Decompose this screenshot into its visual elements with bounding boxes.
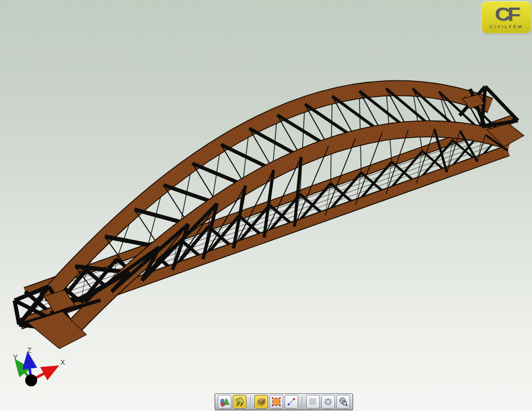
y-axis-label: Y — [13, 353, 18, 361]
toolbar-button-select-region[interactable] — [270, 395, 283, 408]
select-region-icon — [271, 396, 282, 407]
orientation-triad: X Y Z — [4, 346, 79, 401]
mesh-view-icon — [234, 396, 245, 407]
toolbar-button-settings-gear[interactable] — [321, 395, 335, 408]
toolbar-button-solid-render[interactable] — [254, 395, 268, 408]
bridge-fem-model — [15, 86, 524, 349]
geometry-view-icon — [219, 396, 230, 407]
civilfem-monogram-icon: CF — [495, 6, 517, 23]
triad-origin — [25, 374, 37, 386]
toolbar-button-line-element[interactable] — [285, 395, 298, 408]
solid-render-icon — [256, 396, 267, 407]
view-toolbar — [215, 393, 353, 410]
toolbar-button-geometry-view[interactable] — [218, 395, 231, 408]
toolbar-button-mesh-view[interactable] — [233, 395, 246, 408]
civilfem-brand-text: CIVILFEM — [489, 24, 523, 29]
toolbar-separator — [250, 396, 251, 407]
z-axis-label: Z — [27, 346, 32, 354]
line-element-icon — [286, 396, 297, 407]
toolbar-button-grid[interactable] — [306, 395, 320, 408]
settings-gear-icon — [323, 396, 333, 407]
civilfem-logo: CF CIVILFEM — [482, 2, 531, 33]
grid-icon — [308, 396, 318, 407]
toolbar-separator — [302, 396, 303, 407]
zoom-mesh-icon — [338, 396, 348, 407]
toolbar-button-zoom-mesh[interactable] — [336, 395, 350, 408]
model-viewport[interactable] — [0, 0, 532, 411]
application-window: { "logo": { "monogram": "CF", "brand": "… — [0, 0, 532, 411]
x-axis-label: X — [60, 358, 65, 366]
